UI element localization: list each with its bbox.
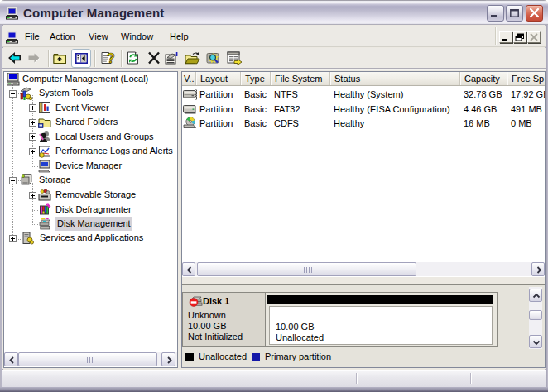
svg-text:?: ? bbox=[107, 51, 115, 65]
